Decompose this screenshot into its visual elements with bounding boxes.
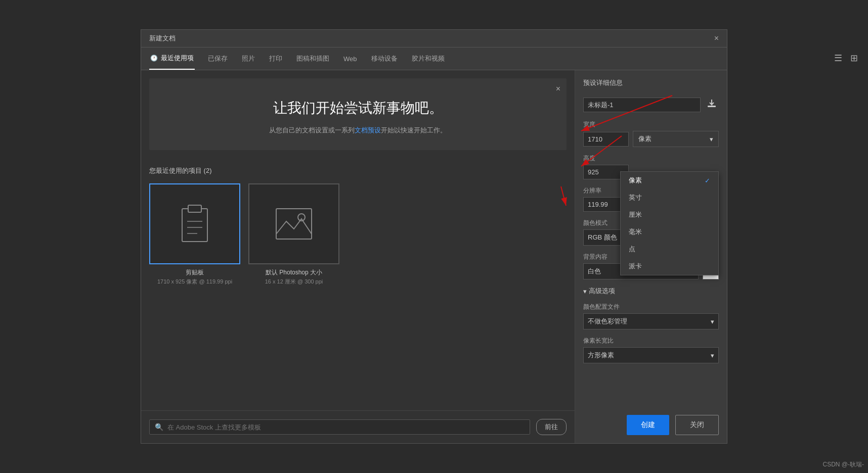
width-input[interactable] [583,132,629,147]
tab-recent[interactable]: 🕐 最近使用项 [149,48,195,70]
recent-item-thumb-1 [149,183,240,264]
recent-item-default[interactable]: 默认 Photoshop 大小 16 x 12 厘米 @ 300 ppi [248,183,339,286]
search-go-button[interactable]: 前往 [536,419,567,435]
dialog-close-button[interactable]: × [714,34,719,42]
search-input-wrapper: 🔍 [149,419,530,435]
tab-bar: 🕐 最近使用项 已保存 照片 打印 图稿和插图 Web 移动设备 胶片和视 [141,48,727,70]
svg-rect-0 [182,209,207,242]
list-view-button[interactable]: ☰ [832,51,844,66]
dialog-title: 新建文档 [149,34,176,43]
chevron-down-icon: ▾ [711,318,714,325]
view-toggles: ☰ ⊞ [832,51,860,66]
recent-items-list: 剪贴板 1710 x 925 像素 @ 119.99 ppi [149,183,567,286]
unit-option-inch[interactable]: 英寸 [621,189,718,206]
svg-rect-1 [188,205,201,212]
pixel-aspect-dropdown[interactable]: 方形像素 ▾ [583,347,719,363]
dialog-body: × 让我们开始尝试新事物吧。 从您自己的文档设置或一系列文档预设开始以快速开始工… [141,70,727,443]
new-document-dialog: 新建文档 × 🕐 最近使用项 已保存 照片 打印 图稿和插图 Web [141,29,727,444]
search-input[interactable] [167,423,525,431]
dialog-titlebar: 新建文档 × [141,30,727,48]
chevron-down-icon: ▾ [711,352,714,359]
create-button[interactable]: 创建 [627,415,669,435]
color-profile-label: 颜色配置文件 [583,303,719,311]
recent-section: 您最近使用的项目 (2) [141,158,575,410]
color-profile-dropdown[interactable]: 不做色彩管理 ▾ [583,313,719,329]
hero-subtitle: 从您自己的文档设置或一系列文档预设开始以快速开始工作。 [164,126,551,135]
recent-item-info-1: 1710 x 925 像素 @ 119.99 ppi [157,278,232,286]
svg-rect-7 [708,106,716,107]
download-icon [707,99,717,109]
check-icon: ✓ [705,177,710,184]
tab-saved[interactable]: 已保存 [207,48,229,69]
recent-item-info-2: 16 x 12 厘米 @ 300 ppi [265,278,323,286]
unit-option-cm[interactable]: 厘米 [621,206,718,223]
hero-link[interactable]: 文档预设 [355,126,381,134]
unit-dropdown-trigger[interactable]: 像素 ▾ [633,131,719,147]
clock-icon: 🕐 [150,55,158,62]
preset-panel-title: 预设详细信息 [583,78,719,87]
unit-option-point[interactable]: 点 [621,241,718,258]
search-icon: 🔍 [155,423,163,431]
advanced-options-toggle[interactable]: ▾ 高级选项 [583,287,719,296]
recent-item-thumb-2 [248,183,339,264]
recent-item-name-1: 剪贴板 [186,268,204,277]
recent-item-clipboard[interactable]: 剪贴板 1710 x 925 像素 @ 119.99 ppi [149,183,240,286]
pixel-aspect-label: 像素长宽比 [583,337,719,345]
tab-web[interactable]: Web [342,49,358,69]
width-group: 宽度 像素 ▾ [583,120,719,147]
doc-name-row [583,97,719,113]
right-panel: 预设详细信息 宽度 [575,70,727,443]
unit-option-pixel[interactable]: 像素 ✓ [621,172,718,189]
watermark: CSDN @-耿瑞- [822,460,864,469]
grid-view-button[interactable]: ⊞ [848,51,860,66]
unit-option-mm[interactable]: 毫米 [621,223,718,241]
clipboard-icon [177,201,212,247]
svg-rect-5 [276,209,312,239]
chevron-down-icon: ▾ [710,135,713,143]
pixel-aspect-group: 像素长宽比 方形像素 ▾ [583,337,719,363]
width-label: 宽度 [583,120,719,129]
width-row: 像素 ▾ [583,131,719,147]
action-buttons: 创建 关闭 [583,407,719,435]
hero-section: × 让我们开始尝试新事物吧。 从您自己的文档设置或一系列文档预设开始以快速开始工… [149,78,567,150]
landscape-icon [274,206,314,242]
doc-name-input[interactable] [583,98,701,112]
recent-title: 您最近使用的项目 (2) [149,166,567,175]
save-preset-button[interactable] [705,97,719,113]
tab-print[interactable]: 打印 [268,48,283,69]
tab-art[interactable]: 图稿和插图 [295,48,330,69]
color-profile-group: 颜色配置文件 不做色彩管理 ▾ [583,303,719,329]
height-label: 高度 [583,154,719,163]
close-button[interactable]: 关闭 [675,415,719,435]
tab-film[interactable]: 胶片和视频 [411,48,446,69]
unit-option-pica[interactable]: 派卡 [621,258,718,275]
hero-close-button[interactable]: × [556,84,560,93]
unit-dropdown-menu: 像素 ✓ 英寸 厘米 毫米 点 派卡 [620,171,719,275]
hero-title: 让我们开始尝试新事物吧。 [164,99,551,118]
tab-mobile[interactable]: 移动设备 [370,48,399,69]
left-panel: × 让我们开始尝试新事物吧。 从您自己的文档设置或一系列文档预设开始以快速开始工… [141,70,575,443]
recent-item-name-2: 默认 Photoshop 大小 [266,268,322,277]
svg-point-6 [298,214,305,221]
tab-photo[interactable]: 照片 [241,48,256,69]
search-bar: 🔍 前往 [141,410,575,443]
